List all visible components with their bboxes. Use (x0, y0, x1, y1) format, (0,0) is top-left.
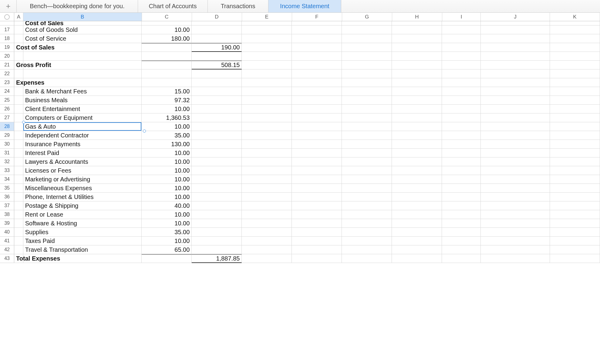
cell[interactable]: Licenses or Fees (23, 166, 142, 175)
cell[interactable] (342, 201, 392, 210)
cell[interactable] (292, 96, 342, 105)
cell[interactable] (342, 140, 392, 149)
cell[interactable] (442, 61, 481, 69)
tab-transactions[interactable]: Transactions (208, 0, 268, 12)
cell[interactable]: Computers or Equipment (23, 113, 142, 122)
cell[interactable] (442, 140, 481, 149)
cell[interactable] (14, 52, 23, 61)
cell[interactable] (550, 131, 600, 140)
cell[interactable] (342, 52, 392, 61)
cell[interactable] (242, 43, 292, 52)
cell[interactable] (442, 113, 481, 122)
cell[interactable] (550, 157, 600, 166)
cell[interactable] (442, 52, 481, 61)
cell[interactable] (442, 166, 481, 175)
cell[interactable] (242, 140, 292, 149)
cell[interactable] (242, 113, 292, 122)
cell[interactable] (392, 52, 442, 61)
row-header[interactable]: 34 (0, 175, 14, 184)
cell[interactable] (292, 219, 342, 228)
cell[interactable] (242, 34, 292, 43)
cell[interactable]: 10.00 (142, 25, 192, 34)
cell[interactable] (142, 43, 192, 52)
row-header[interactable]: 32 (0, 157, 14, 166)
cell[interactable] (292, 69, 342, 78)
cell[interactable] (392, 69, 442, 78)
cell[interactable] (481, 193, 550, 201)
col-header-f[interactable]: F (292, 13, 342, 21)
cell[interactable] (550, 78, 600, 87)
cell[interactable] (481, 201, 550, 210)
cell[interactable] (392, 175, 442, 184)
row-header[interactable]: 23 (0, 78, 14, 87)
cell[interactable] (292, 157, 342, 166)
col-header-i[interactable]: I (442, 13, 481, 21)
cell[interactable] (192, 149, 242, 157)
cell[interactable] (550, 193, 600, 201)
col-header-j[interactable]: J (481, 13, 550, 21)
cell[interactable] (550, 96, 600, 105)
cell[interactable]: 10.00 (142, 149, 192, 157)
cell[interactable] (342, 34, 392, 43)
cell[interactable] (442, 254, 481, 263)
cell[interactable] (242, 25, 292, 34)
cell[interactable] (442, 87, 481, 96)
row-header[interactable]: 29 (0, 131, 14, 140)
add-sheet-button[interactable]: + (0, 0, 17, 12)
cell[interactable]: Postage & Shipping (23, 201, 142, 210)
cell[interactable] (550, 166, 600, 175)
cell[interactable] (142, 61, 192, 69)
cell[interactable] (442, 175, 481, 184)
cell[interactable] (392, 61, 442, 69)
cell[interactable]: Expenses (14, 78, 23, 87)
cell[interactable] (392, 166, 442, 175)
cell[interactable] (481, 61, 550, 69)
cell[interactable] (23, 78, 142, 87)
cell[interactable] (292, 193, 342, 201)
cell[interactable] (442, 219, 481, 228)
cell[interactable] (392, 34, 442, 43)
cell[interactable]: 10.00 (142, 193, 192, 201)
cell[interactable] (14, 140, 23, 149)
cell[interactable] (481, 131, 550, 140)
cell[interactable] (242, 210, 292, 219)
cell[interactable] (392, 201, 442, 210)
cell[interactable]: 10.00 (142, 237, 192, 245)
cell[interactable] (192, 166, 242, 175)
cell[interactable] (142, 21, 192, 25)
cell[interactable] (14, 122, 23, 131)
cell[interactable] (342, 69, 392, 78)
cell[interactable] (242, 193, 292, 201)
col-header-c[interactable]: C (142, 13, 192, 21)
cell[interactable] (550, 210, 600, 219)
cell[interactable] (23, 69, 142, 78)
cell[interactable] (14, 25, 23, 34)
cell[interactable] (550, 52, 600, 61)
col-header-g[interactable]: G (342, 13, 392, 21)
cell[interactable] (442, 237, 481, 245)
col-header-a[interactable]: A (14, 13, 23, 21)
cell[interactable]: Interest Paid (23, 149, 142, 157)
row-header[interactable]: 39 (0, 219, 14, 228)
cell[interactable] (242, 201, 292, 210)
cell[interactable] (292, 25, 342, 34)
cell[interactable] (292, 131, 342, 140)
cell[interactable] (242, 219, 292, 228)
cell[interactable] (292, 166, 342, 175)
row-header[interactable]: 18 (0, 34, 14, 43)
cell[interactable]: Rent or Lease (23, 210, 142, 219)
cell[interactable]: 508.15 (192, 61, 242, 69)
cell[interactable] (392, 25, 442, 34)
cell[interactable] (342, 21, 392, 25)
cell[interactable] (292, 254, 342, 263)
cell[interactable] (342, 113, 392, 122)
cell[interactable] (442, 34, 481, 43)
row-header[interactable]: 22 (0, 69, 14, 78)
cell[interactable] (242, 69, 292, 78)
cell[interactable]: Gas & Auto (23, 122, 142, 131)
cell[interactable] (392, 228, 442, 237)
cell[interactable] (292, 21, 342, 25)
cell[interactable] (192, 201, 242, 210)
cell[interactable] (14, 157, 23, 166)
cell[interactable] (342, 210, 392, 219)
